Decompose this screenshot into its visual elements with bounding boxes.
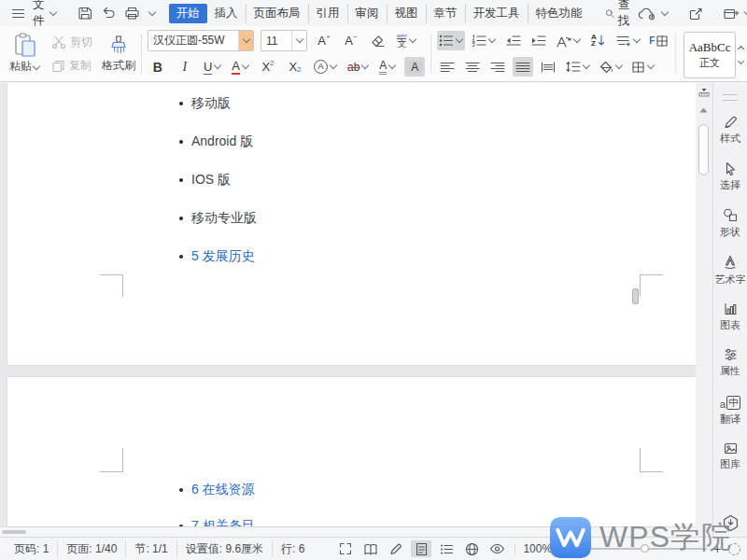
justify-button[interactable] xyxy=(513,57,533,77)
list-item[interactable]: 移动专业版 xyxy=(179,211,257,226)
status-setting-value[interactable]: 设置值: 9.6厘米 xyxy=(177,541,273,557)
increase-indent-button[interactable] xyxy=(528,31,548,50)
quick-access-dropdown[interactable] xyxy=(144,9,160,18)
status-section[interactable]: 节: 1/1 xyxy=(126,541,176,557)
vertical-scrollbar[interactable] xyxy=(696,83,712,537)
tab-review[interactable]: 审阅 xyxy=(347,4,387,23)
toc-link[interactable]: 6 在线资源 xyxy=(179,483,255,497)
web-layout-button[interactable] xyxy=(461,540,482,557)
change-case-button[interactable] xyxy=(553,31,583,50)
underline-button[interactable]: U xyxy=(202,57,223,77)
tab-home[interactable]: 开始 xyxy=(169,4,207,23)
cut-button[interactable]: 剪切 xyxy=(51,32,92,52)
document-canvas[interactable]: 移动版 Android 版 IOS 版 移动专业版 5 发展历史 6 在线资源 … xyxy=(0,83,696,537)
edit-mode-button[interactable] xyxy=(386,540,406,557)
tab-references[interactable]: 引用 xyxy=(308,4,347,23)
tab-view[interactable]: 视图 xyxy=(387,4,426,23)
fullscreen-button[interactable] xyxy=(335,540,356,557)
ruler-toggle-icon[interactable] xyxy=(698,88,710,98)
highlight-button[interactable]: A xyxy=(404,57,425,77)
sidebar-item-gallery[interactable]: 图库 xyxy=(720,442,740,471)
sidebar-item-styles[interactable]: 样式 xyxy=(720,115,740,146)
eye-protection-button[interactable] xyxy=(486,540,507,557)
sidebar-item-select[interactable]: 选择 xyxy=(720,161,740,192)
shading-button[interactable] xyxy=(597,57,625,77)
italic-button[interactable]: I xyxy=(175,57,195,77)
decrease-indent-button[interactable] xyxy=(502,31,523,50)
cloud-icon xyxy=(638,7,656,21)
sidebar-drag-handle[interactable] xyxy=(723,94,738,101)
style-gallery-scroll[interactable] xyxy=(738,34,745,74)
sidebar-item-wordart[interactable]: 艺术字 xyxy=(715,255,746,287)
phonetic-guide-button[interactable]: wén 文 xyxy=(395,31,418,50)
bullet-list-button[interactable] xyxy=(437,31,465,50)
font-color-button[interactable]: A xyxy=(230,57,251,77)
status-page-number[interactable]: 页码: 1 xyxy=(6,541,58,557)
status-page-count[interactable]: 页面: 1/40 xyxy=(58,541,126,557)
enclose-characters-button[interactable]: A xyxy=(312,57,339,77)
list-item[interactable]: 移动版 xyxy=(179,96,257,111)
read-mode-button[interactable] xyxy=(360,540,381,557)
new-tab-button[interactable] xyxy=(719,5,747,22)
document-page-1[interactable] xyxy=(7,83,696,365)
bold-button[interactable]: B xyxy=(148,57,168,77)
line-spacing-button[interactable] xyxy=(563,57,592,77)
status-line[interactable]: 行: 6 xyxy=(273,541,313,557)
divider xyxy=(675,34,676,74)
format-painter-button[interactable]: 格式刷 xyxy=(102,35,135,74)
font-size-select[interactable]: 11 xyxy=(261,30,307,51)
sidebar-item-chart[interactable]: 图表 xyxy=(720,302,740,332)
text-effects-button[interactable]: A xyxy=(377,57,398,77)
toc-link[interactable]: 5 发展历史 xyxy=(179,249,257,264)
text-tool-button[interactable]: F xyxy=(647,31,669,50)
hamburger-icon xyxy=(11,7,25,20)
find-button[interactable]: 查找 xyxy=(605,0,635,29)
align-left-button[interactable] xyxy=(437,57,458,77)
align-center-button[interactable] xyxy=(462,57,483,77)
sidebar-item-translate[interactable]: a 中 翻译 xyxy=(720,394,740,427)
list-item[interactable]: IOS 版 xyxy=(179,173,257,188)
paragraph-marks-button[interactable] xyxy=(613,31,642,50)
tab-section[interactable]: 章节 xyxy=(426,4,465,23)
vertical-scrollbar-thumb[interactable] xyxy=(698,124,709,175)
tab-special-features[interactable]: 特色功能 xyxy=(528,4,590,23)
sidebar-item-properties[interactable]: 属性 xyxy=(720,348,740,378)
decrease-font-button[interactable]: A− xyxy=(341,31,361,50)
main-menu-button[interactable] xyxy=(7,6,29,21)
style-preview-box[interactable]: AaBbCc 正文 xyxy=(684,32,735,78)
task-pane-sidebar: 样式 选择 形状 艺术字 图表 属性 a 中 翻译 xyxy=(712,83,747,537)
numbered-list-button[interactable] xyxy=(470,31,498,50)
book-icon xyxy=(363,543,378,555)
tab-insert[interactable]: 插入 xyxy=(207,4,246,23)
font-name-select[interactable]: 汉仪正圆-55W xyxy=(148,30,254,51)
document-page-2[interactable] xyxy=(7,377,696,537)
subscript-button[interactable]: X2 xyxy=(285,57,305,77)
page-view-button[interactable] xyxy=(411,540,431,557)
scroll-up-arrow[interactable] xyxy=(699,107,708,113)
strikethrough-button[interactable]: ab xyxy=(345,57,371,77)
horizontal-scrollbar-thumb[interactable] xyxy=(2,530,26,534)
clear-format-button[interactable] xyxy=(368,31,388,50)
chevron-down-icon xyxy=(633,35,641,43)
margin-mark xyxy=(640,471,663,472)
sidebar-item-shapes[interactable]: 形状 xyxy=(720,208,740,239)
superscript-button[interactable]: X2 xyxy=(258,57,278,77)
font-size-dropdown[interactable] xyxy=(291,31,306,50)
print-button[interactable] xyxy=(120,4,144,22)
increase-font-button[interactable]: A+ xyxy=(314,31,334,50)
tab-dev-tools[interactable]: 开发工具 xyxy=(465,4,528,23)
share-button[interactable] xyxy=(684,5,707,22)
paste-button[interactable]: 粘贴 xyxy=(7,33,42,75)
copy-button[interactable]: 复制 xyxy=(51,55,92,76)
align-right-button[interactable] xyxy=(487,57,508,77)
cloud-sync-button[interactable] xyxy=(634,5,672,22)
font-name-dropdown[interactable] xyxy=(238,31,253,50)
borders-button[interactable] xyxy=(629,57,656,77)
undo-button[interactable] xyxy=(97,4,120,22)
sort-button[interactable]: AZ xyxy=(587,31,608,50)
tab-page-layout[interactable]: 页面布局 xyxy=(246,4,308,23)
outline-view-button[interactable] xyxy=(436,540,457,557)
distribute-button[interactable] xyxy=(538,57,558,77)
list-item[interactable]: Android 版 xyxy=(179,134,257,149)
save-button[interactable] xyxy=(74,4,97,22)
